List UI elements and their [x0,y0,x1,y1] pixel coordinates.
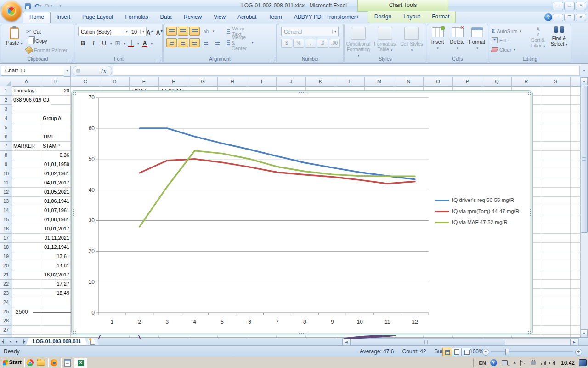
flag-tray-icon[interactable] [519,357,527,368]
name-box-dropdown[interactable]: ▾ [64,66,71,77]
cell-B8[interactable]: 0,36 [41,151,71,160]
minimize-button[interactable]: — [553,2,563,10]
zoom-slider-handle[interactable] [505,349,509,355]
column-header-A[interactable]: A [12,77,41,86]
comma-style-button[interactable]: , [305,39,316,48]
row-header-3[interactable]: 3 [0,105,12,114]
cell-A7[interactable]: MARKER [12,142,41,151]
alignment-dialog-launcher[interactable] [271,57,275,61]
page-layout-view-button[interactable] [452,348,462,356]
cell-A2[interactable]: 038 906 019 CJ [12,96,51,105]
underline-button[interactable]: U [99,39,109,48]
power-tray-icon[interactable] [529,357,537,368]
delete-cells-button[interactable]: Delete ▾ [448,27,467,50]
grow-font-button[interactable]: A▲ [145,27,155,36]
ribbon-tab-insert[interactable]: Insert [51,12,76,23]
resize-handle[interactable] [299,92,306,93]
column-header-F[interactable]: F [159,77,188,86]
cut-button[interactable]: ✂ Cut [26,27,41,36]
help-button[interactable]: ? [544,13,552,21]
increase-decimal-button[interactable]: .0 [317,39,328,48]
align-right-button[interactable] [189,38,200,47]
orientation-button[interactable]: ab [201,27,211,36]
ribbon-tab-view[interactable]: View [208,12,232,23]
customize-qat-button[interactable]: ▾ [58,2,62,10]
ribbon-tab-layout[interactable]: Layout [397,12,426,23]
find-select-button[interactable]: Find & Select ▾ [548,26,570,47]
row-header-7[interactable]: 7 [0,142,12,151]
cell-B11[interactable]: 04,01,2017 [41,178,71,188]
legend-entry[interactable]: IQ via MAF 47-52 mg/R [435,217,519,228]
show-hidden-icons-button[interactable]: ∧ [511,357,518,368]
cell-B20[interactable]: 14,81 [41,261,71,270]
font-name-combo[interactable]: Calibri (Body) ▾ [78,27,130,36]
formula-input[interactable] [113,66,580,76]
cell-B15[interactable]: 01,08,1981 [41,215,71,224]
column-header-G[interactable]: G [188,77,218,86]
minimize-workbook-button[interactable]: — [553,14,563,21]
column-header-N[interactable]: N [394,77,424,86]
cell-styles-button[interactable]: Cell Styles ▾ [399,26,424,55]
ribbon-tab-data[interactable]: Data [154,12,177,23]
row-header-1[interactable]: 1 [0,86,12,96]
zoom-level[interactable]: 100% [469,348,484,355]
fill-button[interactable]: ▼ Fill ▾ [492,36,510,45]
tray-help-icon[interactable]: ? [489,357,498,368]
ribbon-tab-team[interactable]: Team [262,12,288,23]
excel-task-button[interactable]: X [74,358,87,368]
fill-color-button[interactable] [126,39,136,48]
cell-B18[interactable]: 01,12,1941 [41,243,71,252]
scroll-down-button[interactable]: ▼ [581,329,588,337]
copy-button[interactable]: Copy [26,36,47,45]
cell-B13[interactable]: 01,06,1941 [41,197,71,206]
insert-function-button[interactable]: fx [73,66,112,76]
last-sheet-button[interactable]: ▕▸ [20,339,26,345]
start-button[interactable]: Start [1,358,22,367]
series-line-iq-via-maf-47-52-mg-r[interactable] [140,151,415,227]
scroll-right-button[interactable]: ▶ [570,339,578,346]
undo-button[interactable]: ↶▾ [33,2,42,10]
row-header-6[interactable]: 6 [0,132,12,142]
row-header-11[interactable]: 11 [0,178,12,188]
scroll-left-button[interactable]: ◀ [342,339,351,346]
ribbon-tab-page-layout[interactable]: Page Layout [76,12,119,23]
cell-B6[interactable]: TIME [41,132,71,142]
language-indicator[interactable]: EN [477,357,488,368]
row-header-12[interactable]: 12 [0,188,12,197]
close-button[interactable]: ✕ [576,2,586,10]
expand-formula-bar-button[interactable]: ▾ [581,66,588,75]
insert-cells-button[interactable]: Insert ▾ [428,27,447,50]
cell-B17[interactable]: 01,11,2021 [41,234,71,243]
ribbon-tab-design[interactable]: Design [368,12,397,23]
cell-B4[interactable]: Group A: [41,114,71,123]
font-color-button[interactable]: A [140,39,150,48]
cell-B12[interactable]: 01,05,2021 [41,188,71,197]
row-header-16[interactable]: 16 [0,224,12,234]
merge-center-button[interactable]: Merge & Center ▾ [227,34,254,51]
zoom-in-button[interactable]: + [575,349,582,356]
cell-B23[interactable]: 18,49 [41,289,71,298]
name-box[interactable]: Chart 10 [1,66,68,76]
font-dialog-launcher[interactable] [157,57,161,61]
restore-workbook-button[interactable]: ❐ [564,14,575,21]
column-header-C[interactable]: C [71,77,100,86]
legend-entry[interactable]: IQ via rpm(Torq) 44-47 mg/R [435,206,519,217]
column-header-E[interactable]: E [130,77,159,86]
sheet-tab-active[interactable]: LOG-01-003-008-011 [26,338,88,346]
cell-B1[interactable]: 20 [41,86,71,96]
vertical-scrollbar[interactable]: ▲ ▼ [580,77,588,337]
cell-B9[interactable]: 01,01,1959 [41,160,71,169]
cell-B22[interactable]: 17,27 [41,280,71,289]
close-workbook-button[interactable]: ✕ [576,14,586,21]
redo-button[interactable]: ↷▾ [44,2,53,10]
cell-B19[interactable]: 13,61 [41,252,71,261]
ribbon-tab-abbyy-pdf-transformer-[interactable]: ABBYY PDF Transformer+ [288,12,365,23]
chart-object[interactable]: 010203040506070123456789101112 IQ driver… [71,90,533,335]
number-format-combo[interactable]: General ▾ [281,27,339,36]
row-header-15[interactable]: 15 [0,215,12,224]
column-header-M[interactable]: M [365,77,394,86]
align-center-button[interactable] [178,38,188,47]
cell-B21[interactable]: 16,02,2017 [41,270,71,280]
column-header-B[interactable]: B [41,77,71,86]
align-middle-button[interactable] [178,27,188,36]
